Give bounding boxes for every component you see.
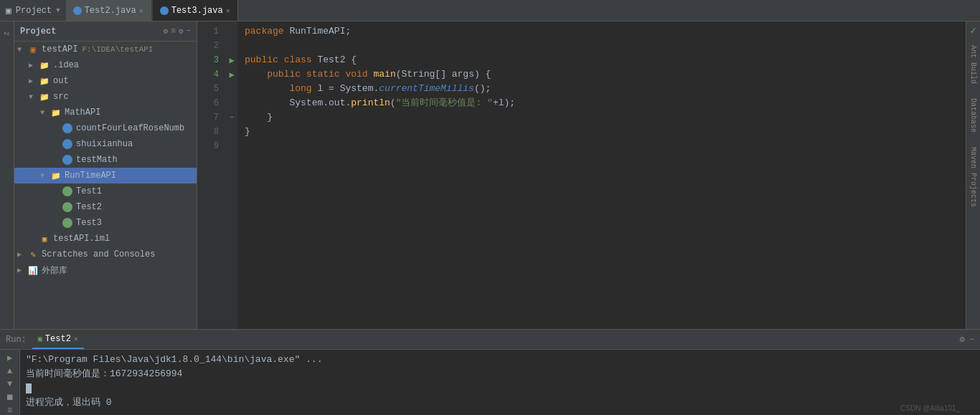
gutter-6 xyxy=(226,96,237,110)
maven-label[interactable]: Maven Projects xyxy=(969,147,977,207)
folder-icon-runtimeapi: 📁 xyxy=(50,170,62,181)
line-num-1: 1 xyxy=(200,24,223,39)
console-minus-icon[interactable]: − xyxy=(969,335,974,345)
project-menu-icon[interactable]: ▣ xyxy=(6,5,11,16)
icon-scratches: ✎ xyxy=(27,249,39,260)
tab-test3-close[interactable]: ✕ xyxy=(226,6,230,15)
line-num-5: 5 xyxy=(200,82,223,96)
gutter-2 xyxy=(226,39,237,53)
database-label[interactable]: Database xyxy=(969,98,977,133)
tree-item-testapi[interactable]: ▼ ▣ testAPI F:\IDEA\testAPI xyxy=(14,42,197,57)
build-check-icon: ✓ xyxy=(970,24,976,37)
console-scroll-up-btn[interactable]: ▲ xyxy=(7,366,12,376)
line-num-9: 9 xyxy=(200,139,223,153)
bottom-panel: Run: ▣ Test2 ✕ ⚙ − ▶ ▲ ▼ ⏹ ≡ "F:\Program… xyxy=(0,329,980,415)
arrow-mathapi: ▼ xyxy=(40,109,50,117)
gutter-5 xyxy=(226,82,237,96)
line-num-6: 6 xyxy=(200,96,223,110)
console-path-text: "F:\Program Files\Java\jdk1.8.0_144\bin\… xyxy=(26,353,322,367)
project-dropdown-icon[interactable]: ▼ xyxy=(56,7,60,14)
editor-area: 1 2 3 4 5 6 7 8 9 ▶ ▶ − xyxy=(197,22,966,329)
arrow-testapi: ▼ xyxy=(17,46,27,54)
tree-item-test3[interactable]: ▶ Test3 xyxy=(14,215,197,231)
gutter-4-run[interactable]: ▶ xyxy=(226,67,237,82)
console-stop-btn[interactable]: ⏹ xyxy=(6,392,14,403)
tree-item-runtimeapi[interactable]: ▼ 📁 RunTimeAPI xyxy=(14,168,197,183)
tab-test2[interactable]: Test2.java ✕ xyxy=(66,0,151,21)
code-line-5: long l = System.currentTimeMillis(); xyxy=(245,82,958,96)
label-testmath: testMath xyxy=(76,155,118,165)
console-settings-icon[interactable]: ⚙ xyxy=(960,334,965,345)
gutter-7-fold[interactable]: − xyxy=(226,110,237,125)
right-sidebar: ✓ Ant Build Database Maven Projects xyxy=(966,22,980,329)
tree-item-idea[interactable]: ▶ 📁 .idea xyxy=(14,57,197,73)
label-test1: Test1 xyxy=(76,186,102,196)
label-scratches: Scratches and Consoles xyxy=(42,249,155,259)
gutter-8 xyxy=(226,125,237,139)
label-test3: Test3 xyxy=(76,218,102,228)
tree-item-out[interactable]: ▶ 📁 out xyxy=(14,73,197,89)
folder-icon-mathapi: 📁 xyxy=(50,107,62,118)
console-left-strip: ▶ ▲ ▼ ⏹ ≡ xyxy=(0,350,20,415)
project-panel-header: Project ⚙ ≡ ⚙ − xyxy=(14,22,197,42)
editor-content: 1 2 3 4 5 6 7 8 9 ▶ ▶ − xyxy=(197,22,966,329)
console-scroll-down-btn[interactable]: ▼ xyxy=(7,379,12,389)
arrow-scratches: ▶ xyxy=(17,250,27,259)
title-bar-left: ▣ Project ▼ xyxy=(6,5,60,16)
tree-item-scratches[interactable]: ▶ ✎ Scratches and Consoles xyxy=(14,247,197,262)
label-test2: Test2 xyxy=(76,202,102,212)
left-strip: Z xyxy=(0,22,14,329)
icon-shuixianhua xyxy=(62,138,73,150)
ant-build-label[interactable]: Ant Build xyxy=(969,45,977,84)
label-testiml: testAPI.iml xyxy=(53,234,110,244)
label-testapi: testAPI xyxy=(42,44,77,54)
left-strip-label: Z xyxy=(4,32,11,35)
line-num-3: 3 xyxy=(200,53,223,67)
icon-test1 xyxy=(62,186,73,197)
bottom-tab-test2[interactable]: ▣ Test2 ✕ xyxy=(32,330,84,349)
tree-item-testmath[interactable]: ▶ testMath xyxy=(14,152,197,168)
editor-tabs: Test2.java ✕ Test3.java ✕ xyxy=(66,0,974,21)
tree-item-external[interactable]: ▶ 📊 外部库 xyxy=(14,262,197,278)
bottom-tabs: Run: ▣ Test2 ✕ ⚙ − xyxy=(0,330,980,350)
console-settings2-btn[interactable]: ≡ xyxy=(7,406,12,415)
folder-icon-src: 📁 xyxy=(39,91,50,102)
module-icon-testapi: ▣ xyxy=(27,44,39,55)
icon-testiml: ▣ xyxy=(39,233,50,244)
path-testapi: F:\IDEA\testAPI xyxy=(82,45,153,54)
console-icon-test2: ▣ xyxy=(38,335,42,343)
icon-external: 📊 xyxy=(27,264,39,276)
console-line-2: 当前时间毫秒值是：1672934256994 xyxy=(26,367,974,381)
tree-item-countfour[interactable]: ▶ countFourLeafRoseNumb xyxy=(14,120,197,136)
tree-item-test2[interactable]: ▶ Test2 xyxy=(14,199,197,215)
kw-package: package xyxy=(245,24,284,39)
gutter-3-run[interactable]: ▶ xyxy=(226,53,237,67)
project-minus-icon[interactable]: − xyxy=(186,27,191,36)
tree-item-testiml[interactable]: ▶ ▣ testAPI.iml xyxy=(14,231,197,247)
line-num-2: 2 xyxy=(200,39,223,53)
tree-item-mathapi[interactable]: ▼ 📁 MathAPI xyxy=(14,105,197,120)
arrow-idea: ▶ xyxy=(29,61,39,70)
tab-test2-close[interactable]: ✕ xyxy=(139,6,143,15)
console-value-text: 当前时间毫秒值是：1672934256994 xyxy=(26,367,182,381)
icon-test2 xyxy=(62,201,73,213)
tree-item-src[interactable]: ▼ 📁 src xyxy=(14,89,197,105)
gutter-9 xyxy=(226,139,237,153)
icon-test3 xyxy=(62,217,73,229)
code-line-1: package RunTimeAPI; xyxy=(245,24,958,39)
project-settings-icon[interactable]: ⚙ xyxy=(164,27,169,36)
tree-item-shuixianhua[interactable]: ▶ shuixianhua xyxy=(14,136,197,152)
console-run-btn[interactable]: ▶ xyxy=(7,353,12,363)
project-title[interactable]: Project xyxy=(16,6,52,16)
tab-test3[interactable]: Test3.java ✕ xyxy=(153,0,238,21)
console-area: ▶ ▲ ▼ ⏹ ≡ "F:\Program Files\Java\jdk1.8.… xyxy=(0,350,980,415)
tree-item-test1[interactable]: ▶ Test1 xyxy=(14,183,197,199)
project-panel-title: Project xyxy=(20,27,56,37)
project-collapse-icon[interactable]: ≡ xyxy=(171,27,176,36)
code-editor[interactable]: package RunTimeAPI; public class Test2 {… xyxy=(237,22,966,329)
arrow-runtimeapi: ▼ xyxy=(40,172,50,180)
label-idea: .idea xyxy=(53,60,79,70)
arrow-external: ▶ xyxy=(17,266,27,275)
bottom-tab-test2-close[interactable]: ✕ xyxy=(74,335,78,343)
project-gear-icon[interactable]: ⚙ xyxy=(179,27,184,36)
